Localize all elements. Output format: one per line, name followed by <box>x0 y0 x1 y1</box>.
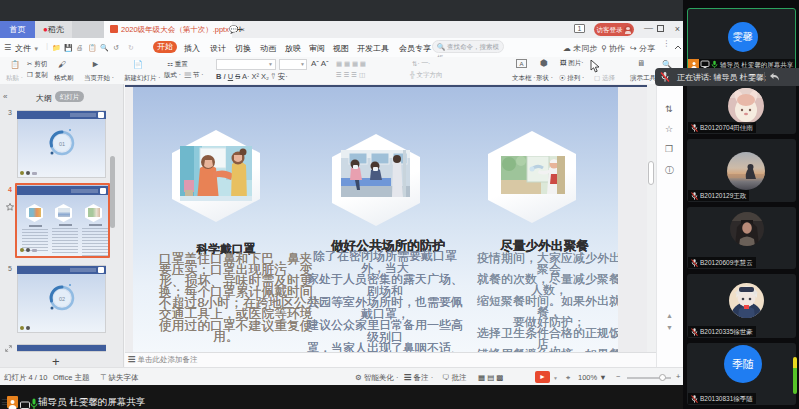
svg-text:01: 01 <box>59 141 65 147</box>
svg-text:02: 02 <box>59 296 65 302</box>
